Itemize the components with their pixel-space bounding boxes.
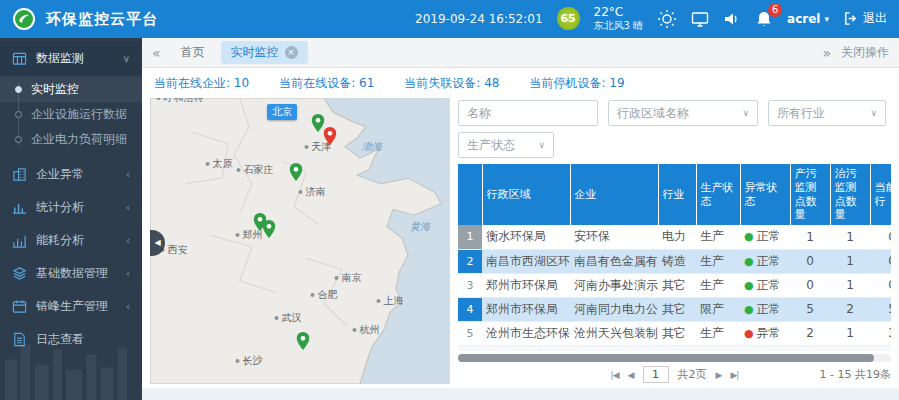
notification-badge: 6 bbox=[768, 3, 782, 17]
temperature-text: 22°C bbox=[594, 6, 644, 20]
cell-industry: 其它 bbox=[658, 345, 696, 351]
sun-icon bbox=[657, 9, 677, 29]
select-value: 生产状态 bbox=[467, 137, 515, 154]
column-header: 生产状态 bbox=[696, 164, 740, 225]
sidebar-subitem[interactable]: 企业电力负荷明细 bbox=[0, 127, 142, 152]
city-name: 石家庄 bbox=[244, 163, 274, 177]
sidebar-submenu: 实时监控企业设施运行数据企业电力负荷明细 bbox=[0, 75, 142, 158]
pager-next-button[interactable]: ▶ bbox=[716, 370, 722, 380]
city-name: 北京 bbox=[272, 105, 292, 119]
status-dot-icon: ● bbox=[744, 351, 754, 352]
name-input[interactable] bbox=[458, 100, 598, 126]
city-name: 南京 bbox=[342, 271, 362, 285]
bullet-icon bbox=[15, 86, 22, 93]
chevron-collapsed-icon: ‹ bbox=[126, 202, 130, 213]
cell-abnormal-status: ●正常 bbox=[740, 225, 790, 249]
row-index: 4 bbox=[458, 297, 482, 321]
stat-label: 当前停机设备: bbox=[529, 76, 609, 90]
sidebar-subitem[interactable]: 企业设施运行数据 bbox=[0, 102, 142, 127]
cell-region: 衡水环保局 bbox=[482, 225, 570, 249]
map-pin-green-icon[interactable] bbox=[262, 220, 275, 241]
map-pin-red-icon[interactable] bbox=[324, 127, 337, 148]
close-operations-button[interactable]: 关闭操作 bbox=[841, 44, 889, 61]
sidebar: 数据监测∨实时监控企业设施运行数据企业电力负荷明细企业异常‹统计分析‹能耗分析‹… bbox=[0, 38, 142, 400]
cell-running: 5 bbox=[870, 297, 891, 321]
tab-home[interactable]: 首页 bbox=[171, 41, 215, 64]
tabs-scroll-right-icon[interactable]: » bbox=[822, 46, 831, 60]
building-icon bbox=[12, 167, 27, 182]
cell-running: 3 bbox=[870, 321, 891, 345]
stat-label: 当前失联设备: bbox=[404, 76, 484, 90]
sidebar-item-energy-analysis[interactable]: 能耗分析‹ bbox=[0, 224, 142, 257]
map-sea-label: 黄海 bbox=[410, 220, 430, 234]
cell-pollution-points: 2 bbox=[790, 345, 830, 351]
chevron-collapsed-icon: ‹ bbox=[126, 268, 130, 279]
pager-first-button[interactable]: |◀ bbox=[611, 370, 619, 380]
status-text: 异常 bbox=[757, 350, 781, 352]
user-menu[interactable]: acrel ▾ bbox=[787, 12, 829, 26]
stat-value: 10 bbox=[234, 76, 249, 90]
tab-realtime-monitor[interactable]: 实时监控× bbox=[221, 41, 308, 64]
energy-chart-icon bbox=[12, 233, 27, 248]
city-name: 武汉 bbox=[282, 311, 302, 325]
map-panel[interactable]: 呼和浩特北京天津太原石家庄济南郑州西安南京合肥上海武汉杭州长沙渤海黄海 ◀ bbox=[150, 98, 450, 384]
close-icon[interactable]: × bbox=[285, 46, 298, 59]
table-row[interactable]: 1衡水环保局安环保电力生产●正常110 bbox=[458, 225, 891, 249]
cell-treatment-points: 2 bbox=[830, 297, 870, 321]
record-range-text: 1 - 15 bbox=[820, 368, 852, 381]
city-name: 西安 bbox=[168, 243, 188, 257]
sidebar-item-enterprise-abnormal[interactable]: 企业异常‹ bbox=[0, 158, 142, 191]
layers-icon bbox=[12, 266, 27, 281]
tabs-scroll-left-icon[interactable]: « bbox=[152, 46, 161, 60]
table-row[interactable]: 3郑州市环保局河南办事处演示其它生产●正常010 bbox=[458, 273, 891, 297]
map-city-label: 北京 bbox=[267, 104, 297, 120]
production-status-select[interactable]: 生产状态∨ bbox=[458, 132, 554, 158]
column-header: 异常状态 bbox=[740, 164, 790, 225]
map-sea-label: 渤海 bbox=[362, 140, 382, 154]
sidebar-item-base-data-management[interactable]: 基础数据管理‹ bbox=[0, 257, 142, 290]
stat-value: 61 bbox=[359, 76, 374, 90]
stat-item: 当前停机设备: 19 bbox=[529, 75, 624, 92]
monitor-icon[interactable] bbox=[691, 10, 709, 28]
cell-production-status: 限产 bbox=[696, 297, 740, 321]
table-row[interactable]: 5沧州市生态环保局沧州天兴包装制品其它生产●异常213 bbox=[458, 321, 891, 345]
map-pin-green-icon[interactable] bbox=[297, 332, 310, 353]
speaker-icon[interactable] bbox=[723, 10, 741, 28]
app-logo-icon bbox=[12, 7, 36, 31]
logout-button[interactable]: 退出 bbox=[843, 10, 887, 27]
horizontal-scrollbar[interactable] bbox=[458, 354, 891, 362]
caret-down-icon: ▾ bbox=[824, 14, 829, 24]
city-dot-icon bbox=[237, 168, 241, 172]
sidebar-item-data-monitoring[interactable]: 数据监测∨ bbox=[0, 42, 142, 75]
cell-region: 郑州市环保局 bbox=[482, 297, 570, 321]
cell-pollution-points: 1 bbox=[790, 225, 830, 249]
table-row[interactable]: 6沧州市生态环保局沧州鼎鑫机电设备其它生产●异常224 bbox=[458, 345, 891, 351]
cell-abnormal-status: ●正常 bbox=[740, 249, 790, 273]
page-number-input[interactable] bbox=[643, 366, 669, 383]
map-city-label: 武汉 bbox=[275, 311, 302, 325]
pager-prev-button[interactable]: ◀ bbox=[628, 370, 634, 380]
region-select[interactable]: 行政区域名称∨ bbox=[608, 100, 758, 126]
header-right: 2019-09-24 16:52:01 65 22°C 东北风3 晴 6 acr… bbox=[415, 6, 887, 31]
weather-info: 22°C 东北风3 晴 bbox=[594, 6, 644, 31]
sidebar-item-statistics-analysis[interactable]: 统计分析‹ bbox=[0, 191, 142, 224]
industry-select[interactable]: 所有行业∨ bbox=[768, 100, 886, 126]
stat-label: 当前在线企业: bbox=[154, 76, 234, 90]
table-row[interactable]: 2南昌市西湖区环保局南昌有色金属有限铸造生产●正常010 bbox=[458, 249, 891, 273]
table-row[interactable]: 4郑州市环保局河南同力电力公司其它限产●正常525 bbox=[458, 297, 891, 321]
cell-treatment-points: 1 bbox=[830, 249, 870, 273]
cell-enterprise: 安环保 bbox=[570, 225, 658, 249]
city-name: 长沙 bbox=[243, 354, 263, 368]
bell-icon[interactable]: 6 bbox=[755, 10, 773, 28]
map-city-label: 济南 bbox=[299, 185, 326, 199]
pager-last-button[interactable]: ▶| bbox=[730, 370, 738, 380]
map-pin-green-icon[interactable] bbox=[289, 163, 302, 184]
scrollbar-thumb[interactable] bbox=[458, 354, 874, 362]
city-dot-icon bbox=[311, 293, 315, 297]
pagination-bar: |◀ ◀ 共2页 ▶ ▶| 1 - 15 共19条 bbox=[458, 362, 891, 384]
stat-item: 当前在线设备: 61 bbox=[279, 75, 374, 92]
status-dot-icon: ● bbox=[744, 230, 754, 243]
sidebar-subitem[interactable]: 实时监控 bbox=[0, 77, 142, 102]
chevron-collapsed-icon: ‹ bbox=[126, 169, 130, 180]
username-text: acrel bbox=[787, 12, 820, 26]
